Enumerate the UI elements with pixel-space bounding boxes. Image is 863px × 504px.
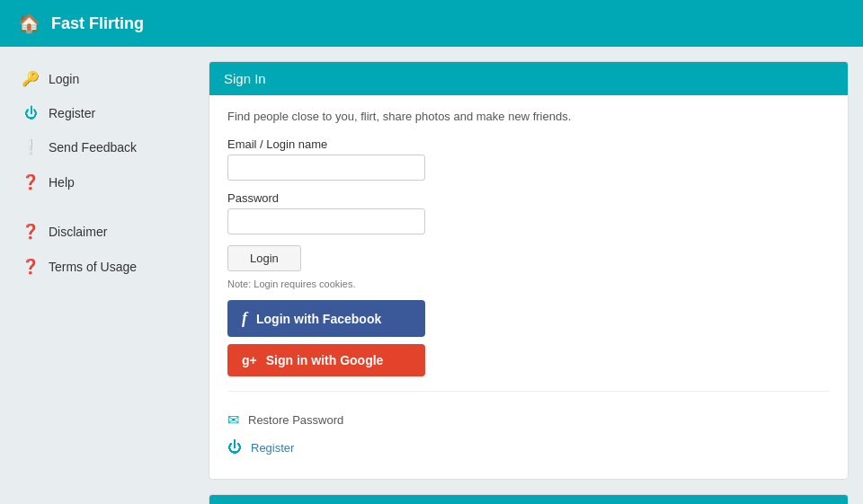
login-note: Note: Login requires cookies. <box>227 279 830 289</box>
envelope-icon: ✉ <box>227 411 239 429</box>
content-area: Sign In Find people close to you, flirt,… <box>209 61 849 504</box>
main-layout: 🔑 Login ⏻ Register ❕ Send Feedback ❓ Hel… <box>0 47 863 504</box>
restore-password-label: Restore Password <box>248 413 343 427</box>
divider <box>227 391 830 392</box>
sidebar-item-login[interactable]: 🔑 Login <box>14 61 194 96</box>
sidebar-login-label: Login <box>49 72 79 86</box>
email-group: Email / Login name <box>227 137 830 181</box>
google-login-button[interactable]: g+ Sign in with Google <box>227 344 425 376</box>
sidebar-item-terms[interactable]: ❓ Terms of Usage <box>14 249 194 284</box>
login-button[interactable]: Login <box>227 245 301 271</box>
signin-header: Sign In <box>209 62 848 95</box>
app-title: Fast Flirting <box>51 14 144 33</box>
key-icon: 🔑 <box>22 70 40 87</box>
sidebar-terms-label: Terms of Usage <box>49 260 137 274</box>
restore-password-row[interactable]: ✉ Restore Password <box>227 406 830 434</box>
online-card: Hundreds are online and flirt <box>209 494 849 504</box>
facebook-button-label: Login with Facebook <box>256 312 381 326</box>
sidebar-register-label: Register <box>49 106 95 120</box>
sidebar-disclaimer-label: Disclaimer <box>49 225 107 239</box>
signin-card: Sign In Find people close to you, flirt,… <box>209 61 849 480</box>
password-input[interactable] <box>227 208 425 234</box>
facebook-login-button[interactable]: f Login with Facebook <box>227 300 425 337</box>
register-row[interactable]: ⏻ Register <box>227 434 830 461</box>
google-button-label: Sign in with Google <box>266 353 384 367</box>
app-header: 🏠 Fast Flirting <box>0 0 863 47</box>
sidebar: 🔑 Login ⏻ Register ❕ Send Feedback ❓ Hel… <box>14 61 194 504</box>
signin-title: Sign In <box>224 71 266 86</box>
password-group: Password <box>227 191 830 234</box>
help-icon: ❓ <box>22 173 40 190</box>
signin-body: Find people close to you, flirt, share p… <box>209 95 848 479</box>
feedback-icon: ❕ <box>22 138 40 155</box>
sidebar-feedback-label: Send Feedback <box>49 140 137 155</box>
email-label: Email / Login name <box>227 137 830 151</box>
disclaimer-icon: ❓ <box>22 223 40 240</box>
facebook-icon: f <box>242 309 247 328</box>
terms-icon: ❓ <box>22 258 40 275</box>
sidebar-item-disclaimer[interactable]: ❓ Disclaimer <box>14 214 194 249</box>
register-link[interactable]: Register <box>251 441 294 455</box>
sidebar-item-feedback[interactable]: ❕ Send Feedback <box>14 129 194 164</box>
register-icon: ⏻ <box>22 105 40 120</box>
signin-subtitle: Find people close to you, flirt, share p… <box>227 110 830 123</box>
home-icon: 🏠 <box>18 13 40 34</box>
email-input[interactable] <box>227 155 425 181</box>
sidebar-item-help[interactable]: ❓ Help <box>14 164 194 199</box>
google-icon: g+ <box>242 353 257 367</box>
password-label: Password <box>227 191 830 205</box>
register-link-icon: ⏻ <box>227 439 242 455</box>
sidebar-item-register[interactable]: ⏻ Register <box>14 96 194 129</box>
sidebar-help-label: Help <box>49 175 75 190</box>
online-header: Hundreds are online and flirt <box>209 495 848 504</box>
